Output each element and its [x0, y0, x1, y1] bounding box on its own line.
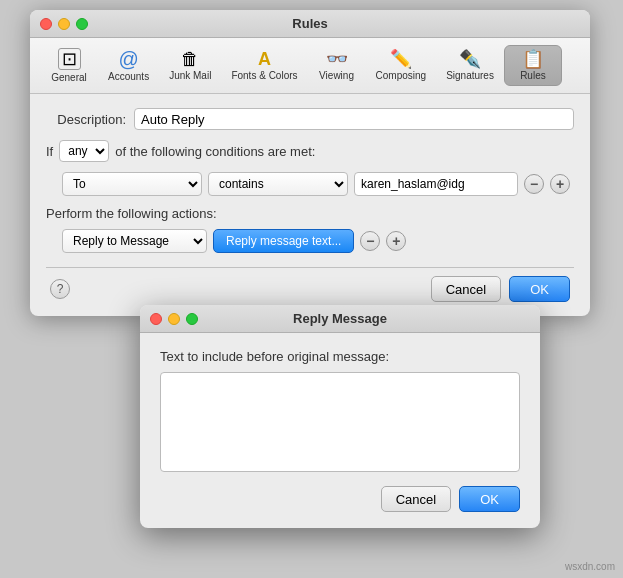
close-button[interactable]: [40, 18, 52, 30]
dialog-buttons: Cancel OK: [431, 276, 570, 302]
maximize-button[interactable]: [76, 18, 88, 30]
toolbar-rules[interactable]: 📋 Rules: [504, 45, 562, 86]
rules-content: Description: If any all of the following…: [30, 94, 590, 316]
rules-icon: 📋: [522, 50, 544, 68]
condition-add-btn[interactable]: +: [550, 174, 570, 194]
actions-label: Perform the following actions:: [46, 206, 574, 221]
action-type-select[interactable]: Reply to Message Forward Message Delete …: [62, 229, 207, 253]
reply-buttons: Cancel OK: [160, 486, 520, 514]
action-remove-btn[interactable]: −: [360, 231, 380, 251]
condition-operator-select[interactable]: contains does not contain begins with: [208, 172, 348, 196]
toolbar-signatures-label: Signatures: [446, 70, 494, 81]
cancel-button[interactable]: Cancel: [431, 276, 501, 302]
reply-dialog: Reply Message Text to include before ori…: [140, 305, 540, 528]
reply-textarea[interactable]: [160, 372, 520, 472]
action-add-btn[interactable]: +: [386, 231, 406, 251]
toolbar-viewing-label: Viewing: [319, 70, 354, 81]
condition-value-input[interactable]: [354, 172, 518, 196]
fonts-colors-icon: A: [258, 50, 271, 68]
window-title: Rules: [292, 16, 327, 31]
reply-traffic-lights: [150, 313, 198, 325]
toolbar-rules-label: Rules: [520, 70, 546, 81]
traffic-lights: [40, 18, 88, 30]
reply-minimize-btn[interactable]: [168, 313, 180, 325]
conditions-header-row: If any all of the following conditions a…: [46, 140, 574, 162]
description-input[interactable]: [134, 108, 574, 130]
viewing-icon: 👓: [326, 50, 348, 68]
reply-message-text-btn[interactable]: Reply message text...: [213, 229, 354, 253]
signatures-icon: ✒️: [459, 50, 481, 68]
accounts-icon: @: [118, 49, 138, 69]
toolbar-general-label: General: [51, 72, 87, 83]
reply-ok-btn[interactable]: OK: [459, 486, 520, 512]
composing-icon: ✏️: [390, 50, 412, 68]
help-button[interactable]: ?: [50, 279, 70, 299]
description-row: Description:: [46, 108, 574, 130]
condition-line: To From Subject contains does not contai…: [62, 172, 574, 196]
toolbar-accounts-label: Accounts: [108, 71, 149, 82]
reply-label: Text to include before original message:: [160, 349, 520, 364]
minimize-button[interactable]: [58, 18, 70, 30]
conditions-suffix: of the following conditions are met:: [115, 144, 315, 159]
toolbar-fonts-label: Fonts & Colors: [231, 70, 297, 81]
toolbar-composing-label: Composing: [376, 70, 427, 81]
toolbar-junk-label: Junk Mail: [169, 70, 211, 81]
toolbar-composing[interactable]: ✏️ Composing: [366, 46, 437, 85]
rules-title-bar: Rules: [30, 10, 590, 38]
ok-button[interactable]: OK: [509, 276, 570, 302]
description-label: Description:: [46, 112, 126, 127]
reply-title-bar: Reply Message: [140, 305, 540, 333]
action-line: Reply to Message Forward Message Delete …: [62, 229, 574, 253]
rules-window: Rules ⊡ General @ Accounts 🗑 Junk Mail A…: [30, 10, 590, 316]
general-icon: ⊡: [58, 48, 81, 70]
watermark: wsxdn.com: [565, 561, 615, 572]
reply-close-btn[interactable]: [150, 313, 162, 325]
bottom-row: ? Cancel OK: [46, 276, 574, 302]
condition-field-select[interactable]: To From Subject: [62, 172, 202, 196]
if-label: If: [46, 144, 53, 159]
reply-content: Text to include before original message:…: [140, 333, 540, 528]
reply-cancel-btn[interactable]: Cancel: [381, 486, 451, 512]
condition-remove-btn[interactable]: −: [524, 174, 544, 194]
toolbar-signatures[interactable]: ✒️ Signatures: [436, 46, 504, 85]
toolbar-junk-mail[interactable]: 🗑 Junk Mail: [159, 46, 221, 85]
junk-mail-icon: 🗑: [181, 50, 199, 68]
reply-dialog-title: Reply Message: [293, 311, 387, 326]
divider: [46, 267, 574, 268]
toolbar-general[interactable]: ⊡ General: [40, 44, 98, 87]
reply-maximize-btn[interactable]: [186, 313, 198, 325]
any-select[interactable]: any all: [59, 140, 109, 162]
toolbar-viewing[interactable]: 👓 Viewing: [308, 46, 366, 85]
toolbar-accounts[interactable]: @ Accounts: [98, 45, 159, 86]
toolbar: ⊡ General @ Accounts 🗑 Junk Mail A Fonts…: [30, 38, 590, 94]
toolbar-fonts-colors[interactable]: A Fonts & Colors: [221, 46, 307, 85]
